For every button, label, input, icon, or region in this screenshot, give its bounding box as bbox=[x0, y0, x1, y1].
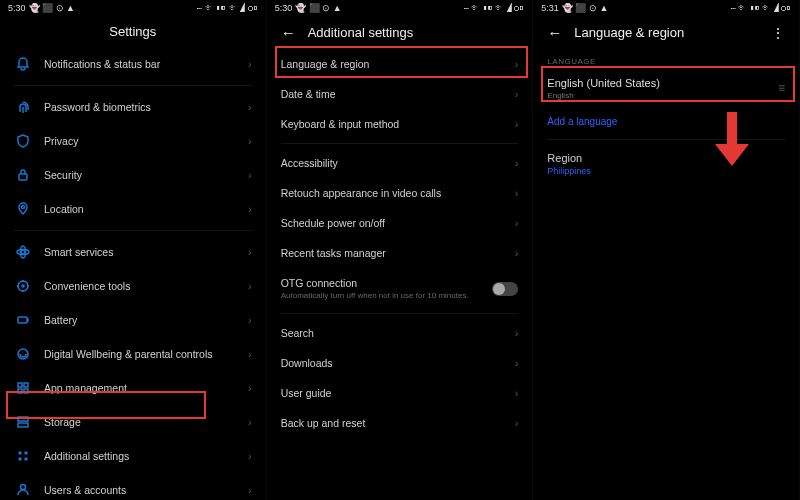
settings-item-label: Location bbox=[44, 203, 248, 215]
settings-item-label: App management bbox=[44, 382, 248, 394]
chevron-right-icon: › bbox=[248, 203, 252, 215]
chevron-right-icon: › bbox=[248, 280, 252, 292]
additional-item-b-0[interactable]: Accessibility › bbox=[267, 148, 533, 178]
apps-icon bbox=[14, 379, 32, 397]
divider bbox=[14, 85, 252, 86]
screen-additional-settings: 5:30👻 ⬛ ⊙ ▲ ⋯ ᯤ ▮◧ ᯤ ◢ ▢▯ ← Additional s… bbox=[267, 0, 534, 500]
chevron-right-icon: › bbox=[515, 327, 519, 339]
language-sub: English bbox=[547, 91, 785, 100]
status-time: 5:30 bbox=[275, 3, 293, 13]
screen-language-region: 5:31👻 ⬛ ⊙ ▲ ⋯ ᯤ ▮◧ ᯤ ◢ ▢▯ ← Language & r… bbox=[533, 0, 800, 500]
svg-point-19 bbox=[21, 485, 26, 490]
status-left-icons: 👻 ⬛ ⊙ ▲ bbox=[295, 3, 341, 13]
item-label: Back up and reset bbox=[281, 417, 515, 429]
svg-point-2 bbox=[21, 250, 25, 254]
chevron-right-icon: › bbox=[515, 247, 519, 259]
item-label: Language & region bbox=[281, 58, 515, 70]
dots-icon bbox=[14, 447, 32, 465]
additional-item-c-0[interactable]: Search › bbox=[267, 318, 533, 348]
more-button[interactable]: ⋮ bbox=[771, 25, 785, 41]
item-label: Downloads bbox=[281, 357, 515, 369]
battery-icon bbox=[14, 311, 32, 329]
svg-point-5 bbox=[18, 281, 28, 291]
region-item[interactable]: Region Philippines bbox=[533, 144, 799, 184]
settings-item-user[interactable]: Users & accounts › bbox=[0, 473, 266, 500]
item-label: Schedule power on/off bbox=[281, 217, 515, 229]
tool-icon bbox=[14, 277, 32, 295]
svg-rect-0 bbox=[19, 174, 27, 180]
additional-item-b-3[interactable]: Recent tasks manager › bbox=[267, 238, 533, 268]
svg-rect-10 bbox=[24, 383, 28, 387]
status-time: 5:31 bbox=[541, 3, 559, 13]
additional-item-a-0[interactable]: Language & region › bbox=[267, 49, 533, 79]
settings-item-bell[interactable]: Notifications & status bar › bbox=[0, 47, 266, 81]
chevron-right-icon: › bbox=[248, 169, 252, 181]
page-title: Language & region bbox=[574, 25, 684, 40]
settings-item-label: Additional settings bbox=[44, 450, 248, 462]
item-label: Accessibility bbox=[281, 157, 515, 169]
svg-point-4 bbox=[21, 246, 26, 258]
settings-item-label: Convenience tools bbox=[44, 280, 248, 292]
chevron-right-icon: › bbox=[248, 314, 252, 326]
settings-item-pin[interactable]: Location › bbox=[0, 192, 266, 226]
drag-handle-icon[interactable]: ≡ bbox=[778, 81, 785, 95]
settings-item-shield[interactable]: Privacy › bbox=[0, 124, 266, 158]
settings-item-dots[interactable]: Additional settings › bbox=[0, 439, 266, 473]
chevron-right-icon: › bbox=[248, 101, 252, 113]
storage-icon bbox=[14, 413, 32, 431]
status-left-icons: 👻 ⬛ ⊙ ▲ bbox=[562, 3, 608, 13]
status-right-icons: ⋯ ᯤ ▮◧ ᯤ ◢ ▢▯ bbox=[464, 3, 525, 13]
svg-point-6 bbox=[22, 285, 24, 287]
finger-icon bbox=[14, 98, 32, 116]
additional-item-c-1[interactable]: Downloads › bbox=[267, 348, 533, 378]
status-bar: 5:30👻 ⬛ ⊙ ▲ ⋯ ᯤ ▮◧ ᯤ ◢ ▢▯ bbox=[0, 0, 266, 16]
svg-rect-12 bbox=[24, 389, 28, 393]
additional-item-b-4[interactable]: OTG connection Automatically turn off wh… bbox=[267, 268, 533, 309]
chevron-right-icon: › bbox=[248, 416, 252, 428]
chevron-right-icon: › bbox=[515, 387, 519, 399]
chevron-right-icon: › bbox=[515, 187, 519, 199]
settings-item-label: Digital Wellbeing & parental controls bbox=[44, 348, 248, 360]
chevron-right-icon: › bbox=[515, 417, 519, 429]
page-title: Additional settings bbox=[308, 25, 414, 40]
language-item-english[interactable]: English (United States) English ≡ bbox=[533, 69, 799, 108]
additional-item-b-2[interactable]: Schedule power on/off › bbox=[267, 208, 533, 238]
additional-item-b-1[interactable]: Retouch appearance in video calls › bbox=[267, 178, 533, 208]
page-title: Settings bbox=[109, 24, 156, 39]
status-left-icons: 👻 ⬛ ⊙ ▲ bbox=[29, 3, 75, 13]
status-right-icons: ⋯ ᯤ ▮◧ ᯤ ◢ ▢▯ bbox=[731, 3, 792, 13]
bell-icon bbox=[14, 55, 32, 73]
page-title-row: ← Additional settings bbox=[267, 16, 533, 49]
back-button[interactable]: ← bbox=[281, 24, 296, 41]
chevron-right-icon: › bbox=[515, 217, 519, 229]
settings-item-label: Password & biometrics bbox=[44, 101, 248, 113]
additional-item-a-1[interactable]: Date & time › bbox=[267, 79, 533, 109]
lock-icon bbox=[14, 166, 32, 184]
chevron-right-icon: › bbox=[248, 348, 252, 360]
chevron-right-icon: › bbox=[248, 58, 252, 70]
additional-item-c-2[interactable]: User guide › bbox=[267, 378, 533, 408]
additional-item-c-3[interactable]: Back up and reset › bbox=[267, 408, 533, 438]
settings-item-label: Users & accounts bbox=[44, 484, 248, 496]
settings-item-atom[interactable]: Smart services › bbox=[0, 235, 266, 269]
svg-rect-11 bbox=[18, 389, 22, 393]
settings-item-lock[interactable]: Security › bbox=[0, 158, 266, 192]
settings-item-wellbeing[interactable]: Digital Wellbeing & parental controls › bbox=[0, 337, 266, 371]
divider bbox=[281, 313, 519, 314]
chevron-right-icon: › bbox=[515, 157, 519, 169]
otg-toggle[interactable] bbox=[492, 282, 518, 296]
additional-item-a-2[interactable]: Keyboard & input method › bbox=[267, 109, 533, 139]
settings-item-battery[interactable]: Battery › bbox=[0, 303, 266, 337]
settings-item-label: Storage bbox=[44, 416, 248, 428]
add-language-link[interactable]: Add a language bbox=[533, 108, 799, 135]
chevron-right-icon: › bbox=[248, 450, 252, 462]
section-language: LANGUAGE bbox=[533, 49, 799, 69]
status-right-icons: ⋯ ᯤ ▮◧ ᯤ ◢ ▢▯ bbox=[197, 3, 258, 13]
settings-item-apps[interactable]: App management › bbox=[0, 371, 266, 405]
user-icon bbox=[14, 481, 32, 499]
settings-item-finger[interactable]: Password & biometrics › bbox=[0, 90, 266, 124]
back-button[interactable]: ← bbox=[547, 24, 562, 41]
settings-item-storage[interactable]: Storage › bbox=[0, 405, 266, 439]
divider bbox=[281, 143, 519, 144]
settings-item-tool[interactable]: Convenience tools › bbox=[0, 269, 266, 303]
